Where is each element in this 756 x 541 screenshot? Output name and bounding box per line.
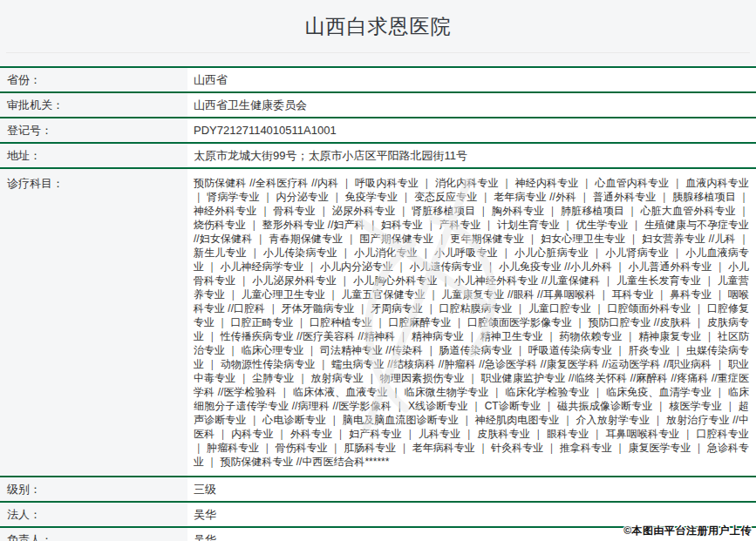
row-registration-number: 登记号： PDY72127114010511A1001 bbox=[0, 118, 756, 144]
address-label: 地址： bbox=[0, 144, 187, 167]
info-table: 省份： 山西省 审批机关： 山西省卫生健康委员会 登记号： PDY7212711… bbox=[0, 66, 756, 541]
legal-person-label: 法人： bbox=[0, 503, 187, 526]
page-title: 山西白求恩医院 bbox=[305, 13, 452, 40]
row-medical-departments: 诊疗科目： 预防保健科 //全科医疗科 //内科 ｜ 呼吸内科专业 ｜ 消化内科… bbox=[0, 169, 756, 477]
row-approval-authority: 审批机关： 山西省卫生健康委员会 bbox=[0, 93, 756, 118]
level-value: 三级 bbox=[187, 477, 756, 501]
copyright-overlay: ©本图由平台注册用户上传 bbox=[623, 524, 752, 538]
province-label: 省份： bbox=[0, 68, 187, 91]
registration-number-label: 登记号： bbox=[0, 118, 187, 142]
page-header: 山西白求恩医院 bbox=[0, 0, 756, 52]
legal-person-value: 吴华 bbox=[187, 503, 756, 526]
row-address: 地址： 太原市龙城大街99号；太原市小店区平阳路北园街11号 bbox=[0, 144, 756, 169]
person-in-charge-label: 负责人： bbox=[0, 528, 187, 541]
approval-authority-value: 山西省卫生健康委员会 bbox=[187, 93, 756, 117]
address-value: 太原市龙城大街99号；太原市小店区平阳路北园街11号 bbox=[187, 144, 756, 167]
province-value: 山西省 bbox=[187, 68, 756, 91]
registration-number-value: PDY72127114010511A1001 bbox=[187, 118, 756, 142]
level-label: 级别： bbox=[0, 477, 187, 501]
medical-departments-label: 诊疗科目： bbox=[0, 169, 187, 476]
header-divider bbox=[6, 52, 750, 53]
hospital-license-page: 山西白求恩医院 省份： 山西省 审批机关： 山西省卫生健康委员会 登记号： PD… bbox=[0, 0, 756, 541]
approval-authority-label: 审批机关： bbox=[0, 93, 187, 117]
medical-departments-value: 预防保健科 //全科医疗科 //内科 ｜ 呼吸内科专业 ｜ 消化内科专业 ｜ 神… bbox=[187, 169, 756, 476]
row-province: 省份： 山西省 bbox=[0, 68, 756, 93]
row-level: 级别： 三级 bbox=[0, 477, 756, 503]
